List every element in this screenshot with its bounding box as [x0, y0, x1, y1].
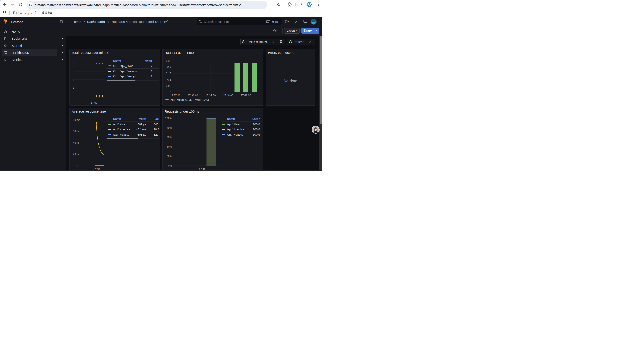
svg-text:GET /api/_/metrics: GET /api/_/metrics: [113, 70, 137, 73]
svg-text:3: 3: [72, 86, 74, 89]
svg-text:Mean: 0.233: Mean: 0.233: [177, 98, 192, 101]
svg-text:Name: Name: [227, 117, 234, 121]
svg-text:4: 4: [72, 78, 74, 81]
svg-text:Name: Name: [113, 117, 121, 121]
svg-text:80 ms: 80 ms: [73, 119, 80, 122]
svg-text:40 ms: 40 ms: [73, 141, 80, 144]
svg-text:Last *: Last *: [252, 117, 260, 121]
svg-text:/api/_/metrics: /api/_/metrics: [227, 128, 244, 131]
svg-text:6: 6: [72, 62, 74, 65]
svg-text:100%: 100%: [165, 117, 172, 120]
svg-text:17:37:00: 17:37:00: [170, 94, 180, 97]
svg-text:620 µs: 620 µs: [154, 133, 159, 136]
svg-text:/api/_/readyz: /api/_/readyz: [227, 133, 243, 136]
svg-text:GET /api/_/livez: GET /api/_/livez: [113, 64, 133, 68]
svg-text:/api/_/metrics: /api/_/metrics: [113, 128, 130, 131]
svg-text:17:41:00: 17:41:00: [241, 94, 251, 97]
svg-text:100%: 100%: [253, 123, 260, 126]
svg-text:0 s: 0 s: [76, 164, 80, 167]
svg-text:0.25: 0.25: [166, 60, 171, 63]
svg-text:0.15: 0.15: [166, 72, 171, 75]
svg-text:/api/_/livez: /api/_/livez: [113, 123, 126, 126]
svg-text:605 µs: 605 µs: [138, 133, 146, 136]
svg-text:20 ms: 20 ms: [73, 153, 80, 156]
svg-text:5: 5: [72, 70, 74, 73]
svg-text:2: 2: [72, 94, 74, 97]
svg-text:0: 0: [170, 91, 171, 94]
svg-text:0%: 0%: [168, 164, 172, 167]
svg-text:100%: 100%: [253, 133, 260, 136]
svg-text:100%: 100%: [253, 128, 260, 131]
svg-text:17:38:00: 17:38:00: [188, 94, 198, 97]
svg-text:0.1: 0.1: [167, 78, 171, 81]
svg-text:/api/_/livez: /api/_/livez: [227, 123, 240, 126]
svg-text:17:40:00: 17:40:00: [223, 94, 233, 97]
svg-text:40%: 40%: [166, 145, 172, 148]
svg-text:40.1 ms: 40.1 ms: [136, 128, 146, 131]
svg-text:Mean: Mean: [139, 117, 146, 121]
svg-text:Max: 0.233: Max: 0.233: [195, 98, 209, 101]
svg-text:20%: 20%: [166, 155, 172, 158]
svg-text:6: 6: [150, 64, 152, 68]
svg-text:6: 6: [150, 75, 152, 78]
svg-text:Mean: Mean: [145, 59, 152, 62]
svg-text:2xx: 2xx: [170, 98, 175, 101]
svg-text:60%: 60%: [166, 136, 172, 139]
svg-text:Last: Last: [154, 117, 159, 121]
svg-text:20.5 ms: 20.5 ms: [154, 128, 159, 131]
svg-text:17:39:00: 17:39:00: [206, 94, 216, 97]
svg-text:GET /api/_/readyz: GET /api/_/readyz: [113, 75, 136, 78]
svg-text:0.2: 0.2: [167, 66, 171, 69]
svg-text:17:40: 17:40: [90, 101, 97, 104]
svg-text:80%: 80%: [166, 126, 172, 129]
svg-text:661 µs: 661 µs: [138, 123, 146, 126]
svg-text:646 µs: 646 µs: [154, 123, 159, 126]
svg-text:60 ms: 60 ms: [73, 130, 80, 133]
svg-text:0.05: 0.05: [166, 84, 171, 87]
svg-text:Name: Name: [113, 59, 121, 62]
svg-text:2: 2: [150, 70, 152, 73]
svg-text:/api/_/readyz: /api/_/readyz: [113, 133, 129, 136]
